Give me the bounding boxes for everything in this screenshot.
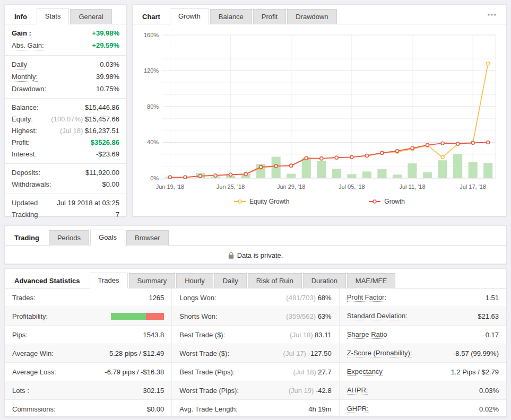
growth-marker[interactable] <box>380 151 384 154</box>
stat-label: Longs Won: <box>179 294 216 302</box>
stat-label[interactable]: Expectancy <box>347 368 383 376</box>
divider <box>5 55 126 56</box>
stats-tab-trades[interactable]: Trades <box>90 273 128 288</box>
stats-tab-daily[interactable]: Daily <box>214 273 247 288</box>
stat-label[interactable]: Z-Score (Probability): <box>347 349 412 357</box>
growth-marker[interactable] <box>229 173 232 176</box>
growth-marker[interactable] <box>259 165 263 169</box>
stat-label[interactable]: Sharpe Ratio <box>347 330 387 339</box>
table-row-sharpe-ratio: Sharpe Ratio0.17 <box>340 326 506 344</box>
equity-growth-marker[interactable] <box>487 62 490 65</box>
daily-bar[interactable] <box>423 172 432 178</box>
table-row-z-score-probability: Z-Score (Probability):-8.57 (99.99%) <box>340 344 506 363</box>
stats-tab-risk-of-ruin[interactable]: Risk of Ruin <box>248 273 302 288</box>
stats-tab-hourly[interactable]: Hourly <box>176 273 213 288</box>
stat-label[interactable]: AHPR: <box>347 386 368 395</box>
daily-bar[interactable] <box>287 174 296 178</box>
stat-label: Daily <box>12 60 27 69</box>
info-tab-info: Info <box>7 9 36 24</box>
daily-bar[interactable] <box>302 158 311 178</box>
daily-bar[interactable] <box>332 169 341 178</box>
stat-value: (Jul 18) 27.7 <box>293 368 331 376</box>
daily-bar[interactable] <box>393 174 402 178</box>
growth-marker[interactable] <box>471 141 474 144</box>
stat-label[interactable]: Profit Factor: <box>347 293 386 302</box>
stats-tab-duration[interactable]: Duration <box>303 273 346 288</box>
daily-bar[interactable] <box>347 174 356 178</box>
chart-tab-profit[interactable]: Profit <box>253 9 286 24</box>
account-stats-list: Gain :+39.98%Abs. Gain:+29.59%Daily0.03%… <box>5 24 126 221</box>
stat-value: 1.2 Pips / $2.79 <box>451 368 499 376</box>
growth-marker[interactable] <box>214 174 217 177</box>
stat-value: 0.17 <box>486 331 499 339</box>
x-axis-tick-label: Jun 25, '18 <box>216 183 245 190</box>
chart-tab-drawdown[interactable]: Drawdown <box>287 9 336 24</box>
growth-marker[interactable] <box>184 176 187 179</box>
daily-bar[interactable] <box>453 154 462 178</box>
trading-tab-goals[interactable]: Goals <box>90 230 125 246</box>
stat-value: 5.28 pips / $12.49 <box>109 349 164 357</box>
trading-tab-browser[interactable]: Browser <box>126 230 169 246</box>
daily-bar[interactable] <box>317 161 326 178</box>
growth-marker[interactable] <box>198 174 202 178</box>
stats-tab-summary[interactable]: Summary <box>129 273 176 288</box>
growth-marker[interactable] <box>305 156 308 160</box>
stat-value: 1265 <box>149 294 164 302</box>
growth-marker[interactable] <box>244 172 247 176</box>
equity-growth-marker[interactable] <box>441 155 444 159</box>
daily-bar[interactable] <box>408 163 417 178</box>
info-row-updated: UpdatedJul 19 2018 at 03:25 <box>5 197 126 209</box>
growth-marker[interactable] <box>487 141 490 144</box>
daily-bar[interactable] <box>469 162 478 178</box>
table-row-expectancy: Expectancy1.2 Pips / $2.79 <box>340 363 506 381</box>
stat-value: +39.98% <box>92 29 119 38</box>
growth-marker[interactable] <box>441 142 444 145</box>
daily-bar[interactable] <box>483 163 492 178</box>
growth-marker[interactable] <box>320 157 323 160</box>
growth-marker[interactable] <box>350 155 353 159</box>
growth-chart: 0%40%80%120%160%Jun 19, '18Jun 25, '18Ju… <box>133 24 506 205</box>
info-row-monthly: Monthly:39.98% <box>5 71 126 83</box>
growth-marker[interactable] <box>411 146 414 150</box>
growth-marker[interactable] <box>456 142 460 145</box>
daily-bar[interactable] <box>362 171 371 178</box>
legend-item-equity-growth[interactable]: Equity Growth <box>234 198 289 205</box>
table-row-shorts-won: Shorts Won:(359/562) 63% <box>172 307 339 326</box>
stat-label[interactable]: GHPR: <box>347 405 369 413</box>
daily-bar[interactable] <box>438 160 447 178</box>
trading-tab-periods[interactable]: Periods <box>49 230 89 246</box>
growth-chart-svg[interactable]: 0%40%80%120%160%Jun 19, '18Jun 25, '18Ju… <box>136 29 503 194</box>
ellipsis-menu-icon[interactable]: ●●● <box>488 13 501 20</box>
stat-label: Commissions: <box>12 405 56 413</box>
growth-marker[interactable] <box>335 156 338 159</box>
stat-value: -8.57 (99.99%) <box>453 349 499 357</box>
trading-tab-trading: Trading <box>7 230 48 246</box>
stat-value: +29.59% <box>92 41 119 50</box>
growth-marker[interactable] <box>168 176 171 179</box>
growth-marker[interactable] <box>365 154 368 157</box>
growth-marker[interactable] <box>274 164 278 168</box>
x-axis-tick-label: Jul 11, '18 <box>399 183 425 190</box>
info-panel: InfoStatsGeneral Gain :+39.98%Abs. Gain:… <box>4 4 127 216</box>
info-tab-stats[interactable]: Stats <box>37 8 70 24</box>
table-row-lots: Lots :302.15 <box>5 381 171 400</box>
growth-marker[interactable] <box>395 150 399 153</box>
page: InfoStatsGeneral Gain :+39.98%Abs. Gain:… <box>0 0 511 417</box>
stat-value: (359/562) 63% <box>286 312 331 320</box>
equity-growth-line[interactable] <box>170 64 488 177</box>
stat-label: Equity: <box>12 115 33 124</box>
chart-tab-balance[interactable]: Balance <box>210 9 252 24</box>
divider <box>5 194 126 194</box>
stat-label: Best Trade ($): <box>179 331 225 339</box>
stat-label[interactable]: Standard Deviation: <box>347 312 408 320</box>
info-row-profit: Profit:$3526.86 <box>5 137 126 148</box>
stats-tab-mae-mfe[interactable]: MAE/MFE <box>347 273 395 288</box>
info-tab-general[interactable]: General <box>70 9 111 24</box>
legend-item-growth[interactable]: Growth <box>369 198 405 205</box>
info-row-drawdown: Drawdown:10.75% <box>5 83 126 95</box>
chart-tab-growth[interactable]: Growth <box>170 8 209 24</box>
growth-marker[interactable] <box>290 164 293 167</box>
growth-marker[interactable] <box>426 144 429 147</box>
daily-bar[interactable] <box>377 169 386 178</box>
stat-label: Gain : <box>12 29 31 38</box>
